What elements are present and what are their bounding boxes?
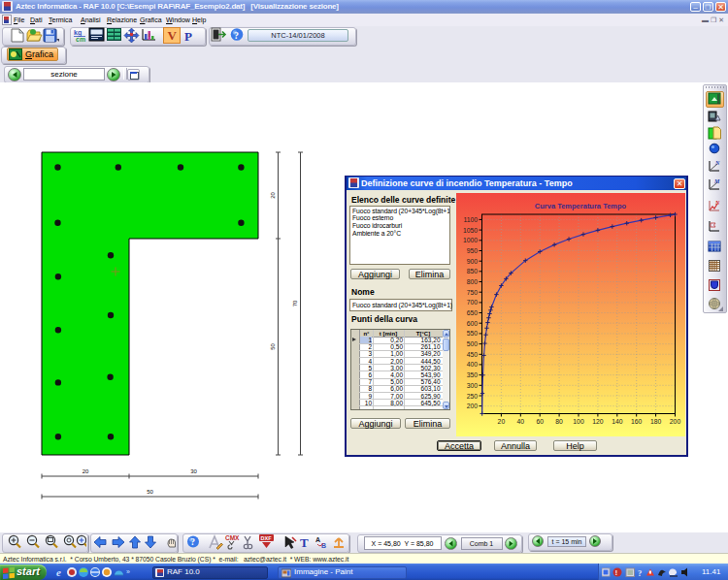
svg-text:800: 800 xyxy=(467,278,479,285)
svg-text:DXF: DXF xyxy=(261,535,273,541)
svg-text:700: 700 xyxy=(467,299,479,306)
svg-text:N: N xyxy=(714,160,720,166)
svg-text:80: 80 xyxy=(555,418,563,425)
svg-text:50: 50 xyxy=(270,343,276,350)
svg-text:P: P xyxy=(184,29,192,44)
svg-text:M: M xyxy=(713,178,720,184)
svg-text:120: 120 xyxy=(592,418,604,425)
svg-text:30: 30 xyxy=(190,468,197,474)
svg-text:50: 50 xyxy=(147,489,153,495)
svg-text:?: ? xyxy=(234,30,239,41)
svg-text:20: 20 xyxy=(83,468,89,474)
svg-text:750: 750 xyxy=(467,289,479,296)
svg-text:1100: 1100 xyxy=(463,216,478,223)
svg-text:T: T xyxy=(300,535,309,550)
svg-text:e: e xyxy=(56,566,61,578)
svg-text:20: 20 xyxy=(270,192,276,199)
svg-text:550: 550 xyxy=(467,330,479,337)
svg-text:20: 20 xyxy=(498,418,506,425)
svg-text:A: A xyxy=(315,536,320,543)
svg-text:»: » xyxy=(126,568,130,575)
svg-text:950: 950 xyxy=(467,247,479,254)
svg-text:650: 650 xyxy=(467,309,479,316)
svg-text:350: 350 xyxy=(467,371,479,378)
svg-text:250: 250 xyxy=(467,393,479,400)
svg-text:!: ! xyxy=(615,568,617,575)
svg-text:cm: cm xyxy=(76,36,85,43)
svg-text:300: 300 xyxy=(467,382,479,389)
svg-text:400: 400 xyxy=(467,361,479,368)
svg-text:Curva Temperatura Tempo: Curva Temperatura Tempo xyxy=(535,202,627,210)
svg-text:CMX: CMX xyxy=(225,534,240,541)
svg-text:100: 100 xyxy=(573,418,584,425)
svg-text:200: 200 xyxy=(670,418,681,425)
svg-text:200: 200 xyxy=(467,403,479,409)
svg-text:N: N xyxy=(714,200,720,206)
svg-text:500: 500 xyxy=(467,340,479,347)
svg-text:600: 600 xyxy=(467,320,479,327)
svg-text:40: 40 xyxy=(517,418,525,425)
svg-text:180: 180 xyxy=(650,418,662,425)
svg-text:1000: 1000 xyxy=(463,237,478,243)
svg-text:900: 900 xyxy=(467,258,479,265)
svg-text:140: 140 xyxy=(612,418,623,425)
svg-text:?: ? xyxy=(190,537,195,547)
svg-text:850: 850 xyxy=(467,268,479,274)
svg-text:1050: 1050 xyxy=(463,227,478,234)
svg-text:60: 60 xyxy=(536,418,544,425)
svg-text:70: 70 xyxy=(292,300,298,306)
svg-text:160: 160 xyxy=(631,418,643,425)
svg-text:450: 450 xyxy=(467,351,479,358)
svg-text:?: ? xyxy=(638,567,642,577)
svg-text:V: V xyxy=(168,28,178,43)
svg-text:B: B xyxy=(321,542,326,549)
